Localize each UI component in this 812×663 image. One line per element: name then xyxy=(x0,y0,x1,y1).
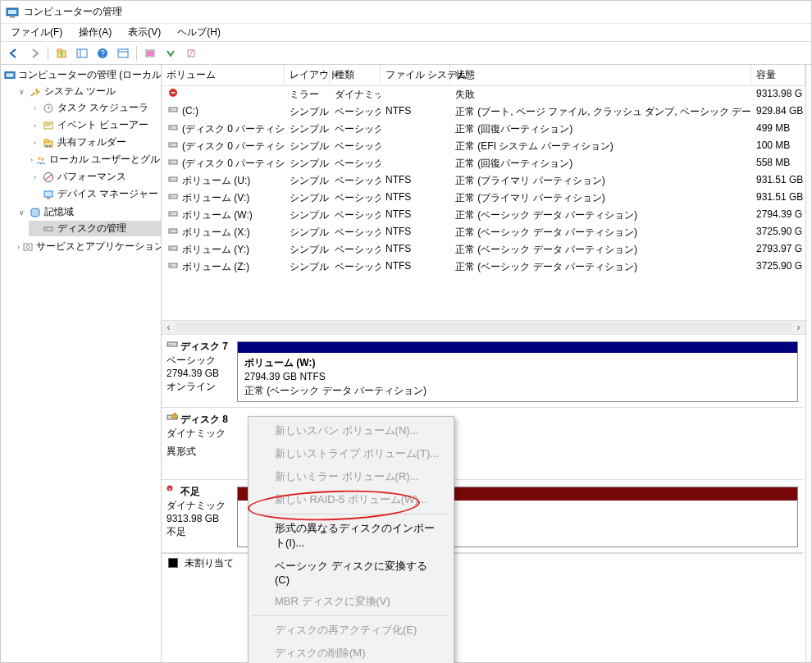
ctx-delete-disk: ディスクの削除(M) xyxy=(250,642,452,663)
svg-rect-48 xyxy=(169,246,177,250)
tree-storage[interactable]: ∨ 記憶域 xyxy=(16,204,161,220)
table-row[interactable]: ボリューム (Z:)シンプルベーシックNTFS正常 (ベーシック データ パーテ… xyxy=(162,258,805,276)
svg-rect-9 xyxy=(118,49,128,57)
col-capacity[interactable]: 容量 xyxy=(751,65,805,85)
table-row[interactable]: ボリューム (X:)シンプルベーシックNTFS正常 (ベーシック データ パーテ… xyxy=(162,224,805,241)
expand-icon[interactable]: ∨ xyxy=(17,87,26,96)
expand-closed-icon[interactable]: › xyxy=(30,138,39,147)
partition-w-line3: 正常 (ベーシック データ パーティション) xyxy=(244,384,791,398)
expand-closed-icon[interactable]: › xyxy=(30,103,39,112)
ctx-import-foreign[interactable]: 形式の異なるディスクのインポート(I)... xyxy=(250,517,452,555)
table-row[interactable]: (ディスク 0 パーティション 1)シンプルベーシック正常 (回復パーティション… xyxy=(162,121,805,138)
volume-icon xyxy=(167,193,180,201)
up-button[interactable] xyxy=(52,44,71,62)
horizontal-scrollbar[interactable]: ‹ › xyxy=(162,320,805,334)
menu-help[interactable]: ヘルプ(H) xyxy=(171,24,227,41)
tree-task-scheduler[interactable]: ›タスク スケジューラ xyxy=(29,100,161,116)
table-row[interactable]: (ディスク 0 パーティション 5)シンプルベーシック正常 (回復パーティション… xyxy=(162,155,805,172)
expand-icon[interactable]: ∨ xyxy=(17,208,26,217)
tree-shared-folders[interactable]: ›共有フォルダー xyxy=(29,135,161,150)
disk-icon xyxy=(167,340,178,353)
svg-rect-38 xyxy=(169,160,177,164)
svg-rect-2 xyxy=(10,16,15,18)
expand-closed-icon[interactable]: › xyxy=(30,172,39,181)
table-row[interactable]: ボリューム (V:)シンプルベーシックNTFS正常 (プライマリ パーティション… xyxy=(162,190,805,207)
tree-performance[interactable]: ›パフォーマンス xyxy=(29,169,161,185)
col-type[interactable]: 種類 xyxy=(330,65,381,85)
table-row[interactable]: ボリューム (U:)シンプルベーシックNTFS正常 (プライマリ パーティション… xyxy=(162,172,805,190)
settings-button[interactable] xyxy=(181,44,201,62)
forward-button[interactable] xyxy=(25,44,44,62)
col-status[interactable]: 状態 xyxy=(450,65,751,85)
disk7-size: 2794.39 GB xyxy=(167,367,232,380)
tree-disk-management-label: ディスクの管理 xyxy=(57,222,126,235)
action-button[interactable] xyxy=(161,44,180,62)
shared-folder-icon xyxy=(42,136,55,149)
missing-name: 不足 xyxy=(180,485,200,498)
volume-icon xyxy=(167,88,180,98)
svg-point-45 xyxy=(171,213,171,214)
table-row[interactable]: ミラーダイナミック失敗9313.98 G xyxy=(162,86,805,103)
disk-info-missing: ✕不足 ダイナミック 9313.98 GB 不足 xyxy=(162,480,235,552)
menu-view[interactable]: 表示(V) xyxy=(121,24,167,41)
svg-point-28 xyxy=(46,228,48,230)
tree-task-scheduler-label: タスク スケジューラ xyxy=(57,101,148,115)
volume-icon xyxy=(167,210,180,218)
actions-pane-collapsed[interactable] xyxy=(806,65,811,662)
expand-closed-icon[interactable]: › xyxy=(17,242,20,251)
menu-separator xyxy=(252,514,450,514)
menu-file[interactable]: ファイル(F) xyxy=(4,24,69,41)
tree-event-viewer[interactable]: ›イベント ビューアー xyxy=(29,117,161,133)
col-layout[interactable]: レイアウト xyxy=(285,65,330,85)
volume-table: ボリューム レイアウト 種類 ファイル システム 状態 容量 ミラーダイナミック… xyxy=(162,65,805,334)
help-button[interactable]: ? xyxy=(93,44,112,62)
table-row[interactable]: ボリューム (W:)シンプルベーシックNTFS正常 (ベーシック データ パーテ… xyxy=(162,207,805,224)
back-button[interactable] xyxy=(4,44,24,62)
table-row[interactable]: (C:)シンプルベーシックNTFS正常 (ブート, ページ ファイル, クラッシ… xyxy=(162,103,805,121)
tree-services-apps[interactable]: › サービスとアプリケーション xyxy=(16,239,161,254)
volume-icon xyxy=(167,176,180,184)
tree-services-apps-label: サービスとアプリケーション xyxy=(36,240,162,254)
expand-closed-icon[interactable]: › xyxy=(30,155,33,164)
ctx-new-span: 新しいスパン ボリューム(N)... xyxy=(250,419,452,442)
tools-icon xyxy=(29,85,42,98)
col-filesystem[interactable]: ファイル システム xyxy=(381,65,450,85)
context-menu: 新しいスパン ボリューム(N)... 新しいストライプ ボリューム(T)... … xyxy=(248,416,454,663)
col-volume[interactable]: ボリューム xyxy=(162,65,285,85)
svg-rect-24 xyxy=(44,191,52,197)
refresh-button[interactable] xyxy=(140,44,160,62)
tree-system-tools[interactable]: ∨ システム ツール xyxy=(16,84,161,99)
spacer xyxy=(30,190,39,199)
svg-rect-14 xyxy=(7,73,14,76)
scroll-track[interactable] xyxy=(176,322,791,332)
ctx-convert-mbr: MBR ディスクに変換(V) xyxy=(250,590,452,613)
svg-point-20 xyxy=(49,144,51,146)
properties-button[interactable] xyxy=(113,44,133,62)
partition-w[interactable]: ボリューム (W:) 2794.39 GB NTFS 正常 (ベーシック データ… xyxy=(237,341,798,402)
scroll-right-icon[interactable]: › xyxy=(791,321,805,333)
tree-local-users[interactable]: ›ローカル ユーザーとグループ xyxy=(29,152,161,167)
tree-device-manager[interactable]: デバイス マネージャー xyxy=(29,186,161,202)
volume-icon xyxy=(167,106,180,114)
disk8-name: ディスク 8 xyxy=(180,413,228,426)
disk7-state: オンライン xyxy=(167,380,232,393)
event-viewer-icon xyxy=(42,119,55,132)
tree-disk-management[interactable]: ディスクの管理 xyxy=(29,221,161,236)
tree-root[interactable]: コンピューターの管理 (ローカル) xyxy=(2,67,161,83)
svg-rect-32 xyxy=(169,107,177,112)
table-row[interactable]: (ディスク 0 パーティション 2)シンプルベーシック正常 (EFI システム … xyxy=(162,138,805,155)
disk-row-7[interactable]: ディスク 7 ベーシック 2794.39 GB オンライン ボリューム (W:)… xyxy=(162,335,803,408)
separator xyxy=(48,46,48,61)
svg-rect-44 xyxy=(169,212,177,216)
expand-closed-icon[interactable]: › xyxy=(30,121,39,130)
show-hide-tree-button[interactable] xyxy=(72,44,92,62)
table-row[interactable]: ボリューム (Y:)シンプルベーシックNTFS正常 (ベーシック データ パーテ… xyxy=(162,241,805,258)
ctx-reactivate: ディスクの再アクティブ化(E) xyxy=(250,619,452,642)
ctx-convert-basic[interactable]: ベーシック ディスクに変換する(C) xyxy=(250,555,452,590)
svg-rect-42 xyxy=(169,194,177,199)
svg-text:✕: ✕ xyxy=(168,486,171,491)
users-icon xyxy=(35,153,47,167)
menu-action[interactable]: 操作(A) xyxy=(72,24,118,41)
scroll-left-icon[interactable]: ‹ xyxy=(162,321,176,333)
volume-icon xyxy=(167,245,180,253)
